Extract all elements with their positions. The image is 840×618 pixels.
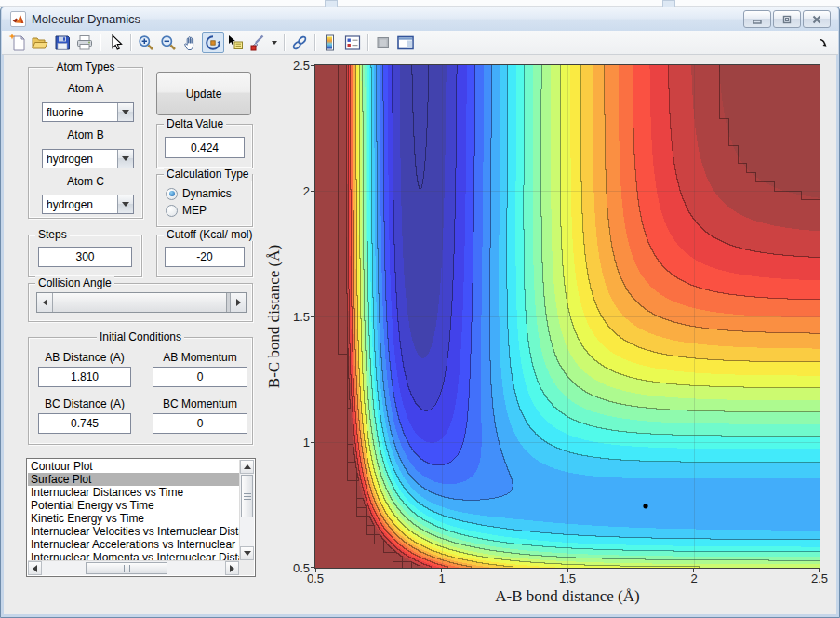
background-window-sliver bbox=[325, 0, 338, 7]
update-button[interactable]: Update bbox=[156, 72, 251, 115]
x-tick-label: 2 bbox=[673, 571, 714, 585]
save-icon[interactable] bbox=[51, 32, 73, 53]
bc-distance-field[interactable] bbox=[38, 413, 131, 434]
link-plot-icon[interactable] bbox=[288, 32, 311, 53]
titlebar[interactable]: Molecular Dynamics bbox=[2, 7, 838, 31]
dropdown-arrow-icon[interactable] bbox=[117, 103, 133, 121]
mep-radio[interactable]: MEP bbox=[166, 204, 207, 217]
list-item[interactable]: Kinetic Energy vs Time bbox=[28, 512, 239, 525]
list-item[interactable]: Contour Plot bbox=[28, 460, 239, 473]
panel-title: Calculation Type bbox=[164, 168, 252, 181]
radio-label: MEP bbox=[182, 204, 207, 217]
slider-left-arrow[interactable] bbox=[37, 293, 53, 312]
list-item[interactable]: Internuclear Accelerations vs Internucle… bbox=[28, 538, 239, 551]
print-icon[interactable] bbox=[73, 32, 96, 53]
edit-plot-arrow-icon[interactable] bbox=[104, 32, 127, 53]
matlab-logo-icon bbox=[10, 11, 26, 27]
ab-momentum-label: AB Momentum bbox=[153, 351, 247, 364]
scroll-down-button[interactable] bbox=[240, 546, 254, 560]
open-file-icon[interactable] bbox=[29, 32, 51, 53]
panel-title: Collision Angle bbox=[35, 276, 114, 289]
brush-data-icon[interactable] bbox=[247, 32, 269, 53]
minimize-button[interactable] bbox=[743, 10, 771, 28]
dropdown-arrow-icon[interactable] bbox=[117, 195, 133, 213]
y-tick-mark bbox=[311, 316, 314, 317]
listbox-rows: Contour Plot Surface Plot Internuclear D… bbox=[28, 460, 239, 560]
plot-type-listbox[interactable]: Contour Plot Surface Plot Internuclear D… bbox=[26, 458, 256, 577]
rotate-3d-icon[interactable] bbox=[202, 32, 224, 53]
horizontal-scrollbar-thumb[interactable] bbox=[86, 562, 167, 574]
atom-a-dropdown[interactable]: fluorine bbox=[42, 102, 134, 122]
calculation-type-panel: Calculation Type Dynamics MEP bbox=[156, 174, 253, 227]
toolbar-separator bbox=[367, 34, 368, 51]
delta-value-field[interactable] bbox=[165, 137, 245, 158]
list-item[interactable]: Internuclear Distances vs Time bbox=[28, 486, 239, 499]
scroll-up-button[interactable] bbox=[240, 460, 254, 474]
slider-thumb[interactable] bbox=[53, 293, 227, 312]
ab-distance-field[interactable] bbox=[38, 367, 131, 387]
scroll-right-button[interactable] bbox=[225, 561, 239, 575]
x-tick-mark bbox=[567, 569, 568, 572]
new-file-icon[interactable] bbox=[7, 32, 29, 53]
restore-button[interactable] bbox=[773, 10, 801, 28]
dynamics-radio[interactable]: Dynamics bbox=[166, 187, 232, 200]
data-cursor-icon[interactable] bbox=[224, 32, 247, 53]
y-tick-label: 1.5 bbox=[282, 310, 310, 324]
bc-momentum-label: BC Momentum bbox=[153, 397, 247, 410]
collision-angle-slider[interactable] bbox=[36, 292, 247, 313]
panel-title: Initial Conditions bbox=[97, 330, 184, 343]
hide-plot-tools-icon[interactable] bbox=[372, 32, 394, 53]
toolbar-overflow-icon[interactable] bbox=[817, 35, 829, 52]
x-tick-label: 0.5 bbox=[295, 571, 336, 585]
slider-right-arrow[interactable] bbox=[230, 293, 246, 312]
toolbar-separator bbox=[314, 34, 315, 51]
x-tick-mark bbox=[315, 569, 316, 572]
scroll-left-button[interactable] bbox=[28, 561, 42, 575]
brush-dropdown-caret-icon[interactable] bbox=[272, 41, 277, 45]
close-button[interactable] bbox=[803, 10, 831, 28]
list-item[interactable]: Potential Energy vs Time bbox=[28, 499, 239, 512]
vertical-scrollbar-thumb[interactable] bbox=[241, 475, 253, 517]
atom-c-value: hydrogen bbox=[43, 198, 117, 211]
contour-plot[interactable] bbox=[315, 65, 820, 568]
list-item-selected[interactable]: Surface Plot bbox=[28, 473, 239, 486]
atom-b-value: hydrogen bbox=[43, 153, 117, 166]
horizontal-scrollbar[interactable] bbox=[28, 560, 239, 575]
toolbar-separator bbox=[100, 34, 100, 51]
list-item[interactable]: Internuclear Velocities vs Internuclear … bbox=[28, 525, 239, 538]
y-axis-label: B-C bond distance (Å) bbox=[265, 245, 284, 388]
radio-unselected-icon[interactable] bbox=[166, 205, 178, 217]
bc-momentum-field[interactable] bbox=[153, 413, 247, 434]
panel-title: Delta Value bbox=[164, 117, 226, 130]
insert-legend-icon[interactable] bbox=[341, 32, 364, 53]
zoom-out-icon[interactable] bbox=[157, 32, 180, 53]
atom-b-dropdown[interactable]: hydrogen bbox=[42, 149, 134, 168]
insert-colorbar-icon[interactable] bbox=[319, 32, 341, 53]
ab-momentum-field[interactable] bbox=[153, 367, 247, 387]
steps-field[interactable] bbox=[38, 247, 132, 267]
show-plot-tools-dock-icon[interactable] bbox=[394, 32, 417, 53]
panel-title: Atom Types bbox=[53, 60, 117, 74]
radio-label: Dynamics bbox=[182, 187, 232, 200]
x-tick-mark bbox=[819, 569, 820, 572]
panel-title: Cutoff (Kcal/ mol) bbox=[164, 228, 255, 241]
collision-angle-panel: Collision Angle bbox=[28, 283, 253, 322]
atom-a-value: fluorine bbox=[43, 106, 117, 119]
bc-distance-label: BC Distance (A) bbox=[38, 397, 131, 410]
steps-panel: Steps bbox=[28, 235, 142, 277]
vertical-scrollbar[interactable] bbox=[239, 460, 254, 560]
atom-c-dropdown[interactable]: hydrogen bbox=[42, 195, 134, 214]
list-item[interactable]: Internuclear Momenta vs Internuclear Dis… bbox=[28, 551, 239, 560]
pan-hand-icon[interactable] bbox=[180, 32, 202, 53]
initial-conditions-panel: Initial Conditions AB Distance (A) AB Mo… bbox=[28, 337, 253, 445]
x-tick-label: 1.5 bbox=[547, 571, 588, 585]
cutoff-field[interactable] bbox=[165, 247, 245, 267]
zoom-in-icon[interactable] bbox=[135, 32, 157, 53]
radio-selected-icon[interactable] bbox=[166, 188, 178, 200]
atom-b-label: Atom B bbox=[39, 128, 132, 141]
y-tick-mark bbox=[311, 65, 314, 66]
atom-a-label: Atom A bbox=[39, 82, 132, 95]
dropdown-arrow-icon[interactable] bbox=[117, 150, 133, 168]
ab-distance-label: AB Distance (A) bbox=[38, 351, 131, 364]
y-tick-mark bbox=[311, 191, 314, 192]
